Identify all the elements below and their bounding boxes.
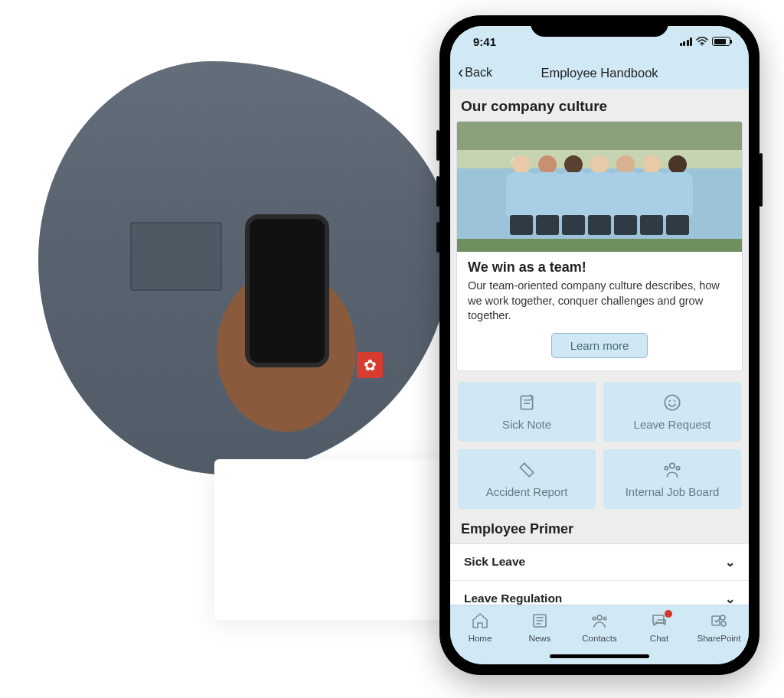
held-phone [245, 214, 329, 367]
culture-card-image [457, 122, 742, 252]
brand-badge: ✿ [357, 352, 383, 378]
tile-label: Accident Report [486, 485, 568, 498]
tile-label: Sick Note [502, 418, 551, 431]
chevron-left-icon: ‹ [458, 64, 463, 81]
culture-card-title: We win as a team! [468, 259, 731, 276]
svg-point-13 [720, 615, 725, 620]
phone-notch [531, 15, 668, 37]
tab-label: Contacts [582, 634, 616, 643]
culture-card-text: Our team-oriented company culture descri… [468, 279, 731, 324]
svg-point-4 [675, 400, 675, 401]
back-button[interactable]: ‹ Back [458, 64, 492, 81]
svg-point-10 [593, 617, 596, 620]
jacket-pocket [130, 222, 222, 291]
nav-header: ‹ Back Employee Handbook [450, 57, 749, 89]
nav-title: Employee Handbook [450, 66, 749, 80]
home-icon [471, 612, 489, 631]
ticket-icon [517, 460, 537, 482]
svg-point-9 [597, 615, 602, 620]
tab-label: Home [469, 634, 492, 643]
svg-point-11 [603, 617, 606, 620]
tab-label: Chat [650, 634, 668, 643]
content-area[interactable]: Our company culture We win as a team! Ou… [450, 89, 749, 605]
tile-internal-job-board[interactable]: Internal Job Board [603, 449, 741, 509]
chevron-down-icon: ⌄ [725, 592, 735, 605]
tab-label: SharePoint [697, 634, 741, 643]
news-icon [531, 612, 549, 631]
tab-bar: HomeNewsContactsChatSharePoint [450, 605, 749, 664]
tab-label: News [529, 634, 551, 643]
primer-title: Employee Primer [450, 520, 749, 543]
tile-label: Leave Request [634, 418, 711, 431]
svg-point-3 [669, 400, 670, 401]
tab-home[interactable]: Home [453, 612, 507, 643]
status-time: 9:41 [473, 35, 496, 48]
tile-sick-note[interactable]: Sick Note [458, 382, 596, 442]
notification-badge [665, 610, 672, 618]
back-label: Back [465, 66, 492, 80]
phone-screen: 9:41 ‹ Back Employee Handbook Our compan… [450, 26, 749, 664]
person-silhouette [660, 152, 695, 236]
tab-sharepoint[interactable]: SharePoint [692, 612, 746, 643]
signal-icon [680, 38, 693, 46]
svg-rect-1 [521, 396, 532, 409]
culture-card: We win as a team! Our team-oriented comp… [456, 121, 743, 371]
contacts-icon [590, 612, 609, 631]
chevron-down-icon: ⌄ [725, 555, 735, 569]
tile-label: Internal Job Board [626, 485, 720, 498]
learn-more-button[interactable]: Learn more [551, 333, 648, 358]
svg-point-5 [670, 463, 675, 468]
smile-icon [662, 393, 682, 415]
svg-point-6 [665, 466, 668, 469]
svg-point-2 [665, 395, 680, 410]
svg-point-14 [721, 621, 726, 626]
tile-accident-report[interactable]: Accident Report [458, 449, 596, 509]
accordion-label: Sick Leave [464, 555, 525, 569]
accordion-item-leave-regulation[interactable]: Leave Regulation⌄ [450, 581, 749, 605]
status-icons [680, 37, 731, 46]
decorative-shadow-card [214, 459, 452, 620]
svg-point-7 [676, 466, 679, 469]
group-icon [662, 460, 682, 482]
phone-frame: 9:41 ‹ Back Employee Handbook Our compan… [439, 15, 760, 675]
tab-chat[interactable]: Chat [632, 612, 686, 643]
wifi-icon [696, 37, 708, 46]
tile-leave-request[interactable]: Leave Request [603, 382, 741, 442]
home-indicator[interactable] [550, 654, 649, 658]
sharepoint-icon [710, 612, 728, 631]
accordion-item-sick-leave[interactable]: Sick Leave⌄ [450, 544, 749, 581]
tab-news[interactable]: News [513, 612, 567, 643]
svg-point-0 [701, 44, 703, 46]
tab-contacts[interactable]: Contacts [573, 612, 626, 643]
quick-action-grid: Sick NoteLeave RequestAccident ReportInt… [450, 382, 749, 520]
accordion-label: Leave Regulation [464, 592, 562, 605]
battery-icon [712, 37, 730, 46]
primer-accordion: Sick Leave⌄Leave Regulation⌄ [450, 543, 749, 605]
marketing-photo: ✿ [38, 61, 452, 475]
section-title: Our company culture [450, 89, 749, 121]
note-icon [517, 393, 537, 415]
